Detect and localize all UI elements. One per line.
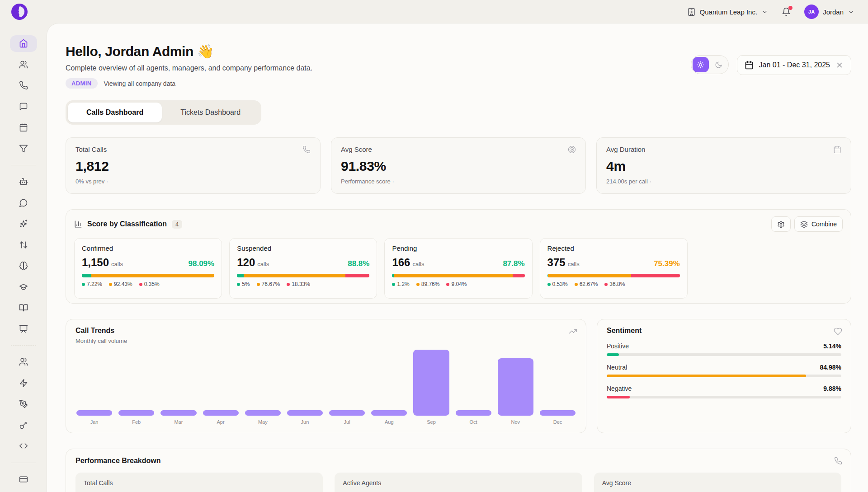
phone-icon (302, 145, 311, 154)
bar-label: Jan (76, 419, 112, 425)
classification-card-suspended: Suspended 120calls 88.8% 5% 76.67% 18.33… (229, 238, 377, 299)
tab-tickets-dashboard[interactable]: Tickets Dashboard (162, 103, 259, 122)
viewing-note: Viewing all company data (104, 80, 176, 87)
score-value: 88.8% (348, 259, 369, 268)
clear-date-button[interactable] (835, 61, 844, 69)
user-menu[interactable]: JA Jordan (804, 5, 854, 19)
calls-count: 375 (547, 256, 566, 268)
notifications-button[interactable] (782, 7, 791, 16)
classification-card-rejected: Rejected 375calls 75.39% 0.53% 62.67% 36… (540, 238, 688, 299)
company-name: Quantum Leap Inc. (700, 8, 758, 16)
sidebar-item-users[interactable] (10, 56, 37, 73)
sentiment-label: Positive (607, 342, 629, 350)
stat-subtext: 0% vs prev · (75, 178, 311, 185)
stat-label: Avg Duration (606, 145, 645, 153)
sidebar-item-insights[interactable] (10, 258, 37, 274)
chart-title: Call Trends (75, 327, 576, 335)
performance-breakdown-section: Performance Breakdown Total Calls Active… (66, 449, 851, 492)
classification-card-confirmed: Confirmed 1,150calls 98.09% 7.22% 92.43%… (74, 238, 222, 299)
bar-label: Jun (287, 419, 323, 425)
bar-aug[interactable] (371, 410, 407, 416)
calls-unit: calls (257, 261, 269, 267)
calls-unit: calls (111, 261, 123, 267)
sidebar-item-chat[interactable] (10, 195, 37, 211)
moon-icon (715, 61, 722, 69)
section-title: Score by Classification (87, 220, 167, 228)
bar-oct[interactable] (456, 410, 491, 416)
bar-label: Nov (498, 419, 533, 425)
settings-button[interactable] (771, 216, 791, 232)
tab-calls-dashboard[interactable]: Calls Dashboard (68, 103, 162, 122)
call-trends-card: Call Trends Monthly call volume JanFebMa… (66, 319, 586, 433)
sidebar-item-keys[interactable] (10, 417, 37, 434)
classification-name: Rejected (547, 244, 680, 252)
sidebar-item-teams[interactable] (10, 354, 37, 370)
sentiment-row-neutral: Neutral84.98% (607, 364, 841, 377)
calendar-icon (745, 61, 754, 70)
bar-sep[interactable] (413, 350, 449, 416)
bar-legend: 1.2% 89.76% 9.04% (392, 281, 524, 287)
key-icon (19, 421, 28, 430)
sidebar-item-training[interactable] (10, 279, 37, 295)
sidebar-item-calendar[interactable] (10, 119, 37, 136)
close-icon (835, 61, 844, 69)
bar-label: Sep (413, 419, 449, 425)
sidebar-item-calls[interactable] (10, 77, 37, 94)
phone-icon (19, 81, 28, 90)
credit-card-icon (19, 475, 28, 484)
combine-label: Combine (811, 220, 837, 228)
sidebar-item-design[interactable] (10, 396, 37, 412)
sidebar-item-filter[interactable] (10, 141, 37, 157)
score-value: 98.09% (189, 259, 215, 268)
segmented-bar (82, 274, 214, 277)
bar-mar[interactable] (160, 410, 196, 416)
classification-name: Confirmed (82, 244, 214, 252)
sidebar-item-automations[interactable] (10, 375, 37, 392)
date-range-picker[interactable]: Jan 01 - Dec 31, 2025 (737, 55, 851, 75)
sidebar-item-messages[interactable] (10, 98, 37, 115)
score-value: 75.39% (654, 259, 680, 268)
combine-button[interactable]: Combine (794, 216, 843, 232)
bar-may[interactable] (245, 410, 281, 416)
topbar: Quantum Leap Inc. JA Jordan (0, 0, 868, 23)
light-mode-button[interactable] (693, 57, 709, 72)
dark-mode-button[interactable] (711, 57, 727, 72)
sidebar-item-home[interactable] (10, 35, 37, 52)
graduation-cap-icon (19, 282, 28, 291)
sidebar-item-developer[interactable] (10, 438, 37, 455)
brain-icon (19, 261, 28, 270)
segmented-bar (547, 274, 680, 277)
bar-jun[interactable] (287, 410, 323, 416)
sidebar-item-billing[interactable] (10, 471, 37, 488)
calls-unit: calls (568, 261, 580, 267)
bot-icon (19, 177, 28, 186)
heart-icon (834, 327, 842, 336)
bar-jan[interactable] (76, 410, 112, 416)
sentiment-row-positive: Positive5.14% (607, 342, 841, 356)
sparkles-icon (19, 219, 28, 228)
score-value: 87.8% (503, 259, 524, 268)
app-logo[interactable] (11, 3, 28, 20)
sidebar-item-library[interactable] (10, 300, 37, 316)
gear-icon (777, 220, 785, 228)
sidebar-item-ai[interactable] (10, 216, 37, 232)
performance-cards: Total Calls Active Agents Avg Score (75, 473, 841, 492)
stat-card-avg-score: Avg Score 91.83% Performance score · (331, 137, 586, 194)
company-switcher[interactable]: Quantum Leap Inc. (687, 8, 769, 16)
code-icon (19, 441, 28, 450)
sidebar-divider (11, 463, 36, 463)
sentiment-value: 84.98% (820, 364, 841, 371)
arrow-up-down-icon (19, 240, 28, 249)
sidebar-item-presentation[interactable] (10, 321, 37, 337)
stat-value: 91.83% (341, 159, 576, 174)
sidebar-item-transfers[interactable] (10, 237, 37, 253)
notification-dot (788, 6, 793, 10)
sidebar-item-bot[interactable] (10, 173, 37, 190)
theme-toggle[interactable] (691, 55, 729, 74)
stat-value: 4m (606, 159, 841, 174)
bar-apr[interactable] (203, 410, 239, 416)
bar-jul[interactable] (329, 410, 365, 416)
bar-feb[interactable] (118, 410, 154, 416)
bar-dec[interactable] (540, 410, 576, 416)
bar-nov[interactable] (498, 358, 533, 416)
